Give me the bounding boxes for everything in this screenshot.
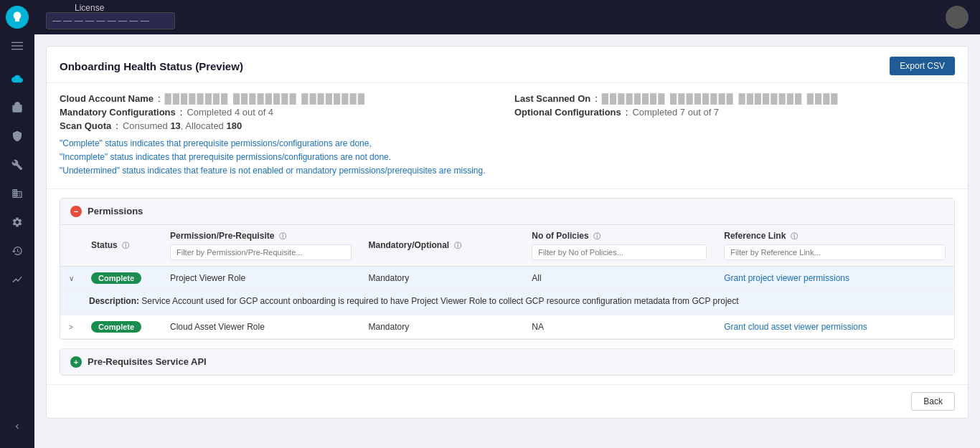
allocated-value: 180 xyxy=(226,120,242,131)
status-cell-1: Complete xyxy=(83,266,161,290)
th-reference-link: Reference Link ⓘ xyxy=(715,225,954,267)
optional-config-value: Completed 7 out of 7 xyxy=(632,107,719,118)
expand-cell-1[interactable]: ∨ xyxy=(60,266,83,290)
reference-filter-input[interactable] xyxy=(724,244,946,260)
mandatory-config-label: Mandatory Configurations xyxy=(60,107,176,118)
optional-config-row: Optional Configurations : Completed 7 ou… xyxy=(514,107,955,118)
sidebar-item-workloads[interactable] xyxy=(4,95,30,120)
status-cell-2: Complete xyxy=(83,315,161,338)
sidebar-item-chart[interactable] xyxy=(4,267,30,292)
sort-permission-icon: ⓘ xyxy=(279,232,286,240)
scan-quota-label: Scan Quota xyxy=(60,120,111,131)
account-selector-wrapper: — — — — — — — — — xyxy=(46,12,175,29)
scan-quota-value: Consumed 13, Allocated 180 xyxy=(123,120,242,131)
sort-reference-icon: ⓘ xyxy=(791,232,798,240)
last-scanned-value: ████████ ████████ ████████ ████ xyxy=(602,93,839,104)
topbar: License — — — — — — — — — xyxy=(34,0,980,34)
cloud-account-value: ████████ ████████ ████████ xyxy=(165,93,366,104)
permissions-table-wrapper: Status ⓘ Permission/Pre-Requisite ⓘ xyxy=(60,225,954,339)
status-info-block: "Complete" status indicates that prerequ… xyxy=(60,137,955,178)
description-cell: Description: Service Account used for GC… xyxy=(60,290,954,315)
reference-cell-1: Grant project viewer permissions xyxy=(715,266,954,290)
status-info-line2: "Incomplete" status indicates that prere… xyxy=(60,151,955,164)
last-scanned-colon: : xyxy=(595,93,598,104)
description-row: Description: Service Account used for GC… xyxy=(60,290,954,315)
permission-filter-input[interactable] xyxy=(170,244,352,260)
table-row: > Complete Cloud Asset Viewer Role Manda… xyxy=(60,315,954,338)
sidebar-item-settings[interactable] xyxy=(4,209,30,235)
optional-config-label: Optional Configurations xyxy=(514,107,621,118)
status-badge-complete-1: Complete xyxy=(91,272,141,284)
sidebar-item-shield[interactable] xyxy=(4,123,30,149)
status-info-line3: "Undetermined" status indicates that fea… xyxy=(60,164,955,178)
permissions-table: Status ⓘ Permission/Pre-Requisite ⓘ xyxy=(60,225,954,339)
expand-icon: + xyxy=(70,356,82,368)
card-header: Onboarding Health Status (Preview) Expor… xyxy=(47,47,968,83)
mandatory-config-row: Mandatory Configurations : Completed 4 o… xyxy=(60,107,500,118)
prereq-section: + Pre-Requisites Service API xyxy=(60,348,955,376)
svg-rect-0 xyxy=(11,42,23,43)
table-header-row: Status ⓘ Permission/Pre-Requisite ⓘ xyxy=(60,225,954,267)
account-select[interactable]: — — — — — — — — — xyxy=(46,12,175,29)
th-no-policies: No of Policies ⓘ xyxy=(523,225,715,267)
mandatory-config-value: Completed 4 out of 4 xyxy=(187,107,273,118)
export-csv-button[interactable]: Export CSV xyxy=(890,57,955,75)
sidebar xyxy=(0,0,34,448)
sidebar-item-tool[interactable] xyxy=(4,152,30,178)
hamburger-icon[interactable] xyxy=(6,34,29,57)
description-label: Description: xyxy=(89,296,141,306)
topbar-title: License xyxy=(75,3,104,13)
cloud-account-colon: : xyxy=(158,93,161,104)
permissions-section-header[interactable]: − Permissions xyxy=(60,199,954,225)
th-permission: Permission/Pre-Requisite ⓘ xyxy=(161,225,360,267)
content-area: Onboarding Health Status (Preview) Expor… xyxy=(34,34,980,448)
collapse-icon: − xyxy=(70,206,82,217)
card-footer: Back xyxy=(47,384,968,418)
sidebar-bottom xyxy=(4,414,30,439)
description-text: Service Account used for GCP account onb… xyxy=(141,296,738,306)
last-scanned-label: Last Scanned On xyxy=(514,93,590,104)
consumed-label: Consumed xyxy=(123,120,168,131)
user-avatar[interactable] xyxy=(946,6,969,29)
info-section: Cloud Account Name : ████████ ████████ █… xyxy=(47,83,968,189)
status-badge-complete-2: Complete xyxy=(91,321,141,333)
main-card: Onboarding Health Status (Preview) Expor… xyxy=(46,46,969,419)
sort-policies-icon: ⓘ xyxy=(593,232,600,240)
mandatory-cell-1: Mandatory xyxy=(360,266,524,290)
no-policies-filter-input[interactable] xyxy=(532,244,707,260)
chevron-down-icon[interactable]: ∨ xyxy=(69,275,74,282)
reference-link-1[interactable]: Grant project viewer permissions xyxy=(724,273,849,283)
allocated-label: Allocated xyxy=(185,120,223,131)
permission-cell-2: Cloud Asset Viewer Role xyxy=(161,315,360,338)
svg-rect-1 xyxy=(11,45,23,46)
reference-cell-2: Grant cloud asset viewer permissions xyxy=(715,315,954,338)
reference-link-2[interactable]: Grant cloud asset viewer permissions xyxy=(724,322,867,332)
app-logo xyxy=(6,6,29,29)
policies-cell-2: NA xyxy=(523,315,715,338)
sidebar-item-history[interactable] xyxy=(4,238,30,264)
prereq-section-header[interactable]: + Pre-Requisites Service API xyxy=(60,349,954,375)
scan-quota-row: Scan Quota : Consumed 13, Allocated 180 xyxy=(60,120,500,131)
main-content: License — — — — — — — — — Onboarding Hea… xyxy=(34,0,980,448)
svg-rect-2 xyxy=(11,49,23,49)
page-title: Onboarding Health Status (Preview) xyxy=(60,60,243,72)
back-button[interactable]: Back xyxy=(911,392,955,411)
sidebar-nav xyxy=(0,66,34,292)
table-row: ∨ Complete Project Viewer Role Mandatory… xyxy=(60,266,954,290)
cloud-account-row: Cloud Account Name : ████████ ████████ █… xyxy=(60,93,500,104)
chevron-right-icon[interactable]: > xyxy=(69,323,73,331)
mandatory-cell-2: Mandatory xyxy=(360,315,524,338)
cloud-account-label: Cloud Account Name xyxy=(60,93,154,104)
collapse-sidebar-button[interactable] xyxy=(4,414,30,439)
expand-cell-2[interactable]: > xyxy=(60,315,83,338)
th-expand xyxy=(60,225,83,267)
th-mandatory: Mandatory/Optional ⓘ xyxy=(360,225,524,267)
last-scanned-row: Last Scanned On : ████████ ████████ ████… xyxy=(514,93,955,104)
consumed-value: 13 xyxy=(170,120,180,131)
optional-config-colon: : xyxy=(626,107,628,118)
sidebar-item-building[interactable] xyxy=(4,181,30,206)
scan-quota-colon: : xyxy=(116,120,118,131)
sidebar-item-cloud[interactable] xyxy=(4,66,30,92)
permissions-section: − Permissions Status ⓘ xyxy=(60,198,955,340)
sort-status-icon: ⓘ xyxy=(122,242,129,249)
